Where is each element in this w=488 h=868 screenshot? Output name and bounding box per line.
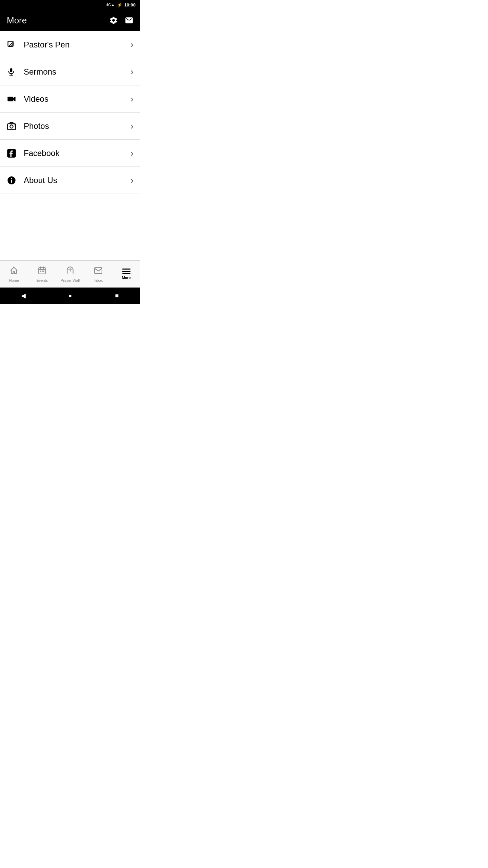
- nav-more[interactable]: More: [112, 261, 140, 288]
- message-button[interactable]: [125, 16, 134, 25]
- videos-chevron: [130, 94, 134, 104]
- sermons-chevron: [130, 66, 134, 77]
- nav-prayer-wall-label: Prayer Wall: [61, 278, 80, 282]
- android-nav: ◀ ● ■: [0, 288, 140, 304]
- android-recent-button[interactable]: ■: [108, 287, 125, 304]
- svg-point-9: [14, 124, 15, 125]
- gear-icon: [109, 16, 118, 25]
- svg-rect-4: [7, 97, 13, 101]
- signal-icon: 4G▲: [106, 3, 115, 7]
- svg-rect-21: [43, 271, 44, 272]
- time-display: 10:00: [124, 2, 136, 7]
- header: More: [0, 9, 140, 31]
- menu-item-facebook[interactable]: Facebook: [0, 140, 140, 167]
- mic-icon: [7, 67, 24, 76]
- status-bar: 4G▲ ⚡ 10:00: [0, 0, 140, 9]
- camera-icon: [7, 121, 24, 131]
- bottom-nav: Home Events Prayer Wall: [0, 260, 140, 288]
- about-us-chevron: [130, 175, 134, 186]
- nav-inbox[interactable]: Inbox: [84, 261, 112, 288]
- home-icon: [9, 266, 18, 277]
- sermons-label: Sermons: [24, 67, 130, 77]
- svg-rect-1: [10, 68, 13, 72]
- facebook-label: Facebook: [24, 149, 130, 158]
- recent-icon: ■: [115, 292, 119, 299]
- nav-events-label: Events: [36, 278, 48, 282]
- android-home-button[interactable]: ●: [62, 287, 79, 304]
- photos-chevron: [130, 121, 134, 132]
- events-icon: [38, 266, 46, 277]
- svg-rect-13: [11, 180, 12, 182]
- nav-inbox-label: Inbox: [94, 278, 103, 282]
- pastors-pen-chevron: [130, 39, 134, 50]
- android-back-button[interactable]: ◀: [15, 287, 32, 304]
- back-icon: ◀: [21, 292, 26, 299]
- videos-label: Videos: [24, 94, 130, 104]
- facebook-chevron: [130, 148, 134, 159]
- menu-item-videos[interactable]: Videos: [0, 85, 140, 113]
- nav-home[interactable]: Home: [0, 261, 28, 288]
- nav-events[interactable]: Events: [28, 261, 56, 288]
- photos-label: Photos: [24, 121, 130, 131]
- page-title: More: [7, 15, 27, 26]
- hamburger-icon: [122, 269, 130, 274]
- menu-item-pastors-pen[interactable]: Pastor's Pen: [0, 31, 140, 58]
- about-us-label: About Us: [24, 176, 130, 185]
- facebook-icon: [7, 149, 24, 158]
- mail-icon: [125, 16, 134, 25]
- nav-home-label: Home: [9, 278, 19, 282]
- video-icon: [7, 94, 24, 104]
- header-actions: [109, 16, 134, 25]
- menu-list: Pastor's Pen Sermons Videos: [0, 31, 140, 260]
- settings-button[interactable]: [109, 16, 118, 25]
- edit-icon: [7, 40, 24, 50]
- android-home-icon: ●: [68, 292, 72, 299]
- nav-prayer-wall[interactable]: Prayer Wall: [56, 261, 84, 288]
- battery-icon: ⚡: [117, 2, 122, 7]
- svg-rect-7: [10, 122, 13, 124]
- info-icon: [7, 176, 24, 185]
- svg-rect-19: [40, 271, 41, 272]
- svg-point-12: [11, 178, 12, 179]
- menu-item-about-us[interactable]: About Us: [0, 167, 140, 194]
- prayer-icon: [66, 266, 75, 277]
- menu-item-photos[interactable]: Photos: [0, 113, 140, 140]
- inbox-icon: [94, 266, 103, 277]
- svg-marker-5: [13, 97, 16, 101]
- more-nav-icon: [122, 269, 130, 274]
- menu-item-sermons[interactable]: Sermons: [0, 58, 140, 85]
- pastors-pen-label: Pastor's Pen: [24, 40, 130, 50]
- nav-more-label: More: [122, 276, 130, 280]
- svg-rect-20: [42, 271, 43, 272]
- svg-point-8: [10, 125, 13, 128]
